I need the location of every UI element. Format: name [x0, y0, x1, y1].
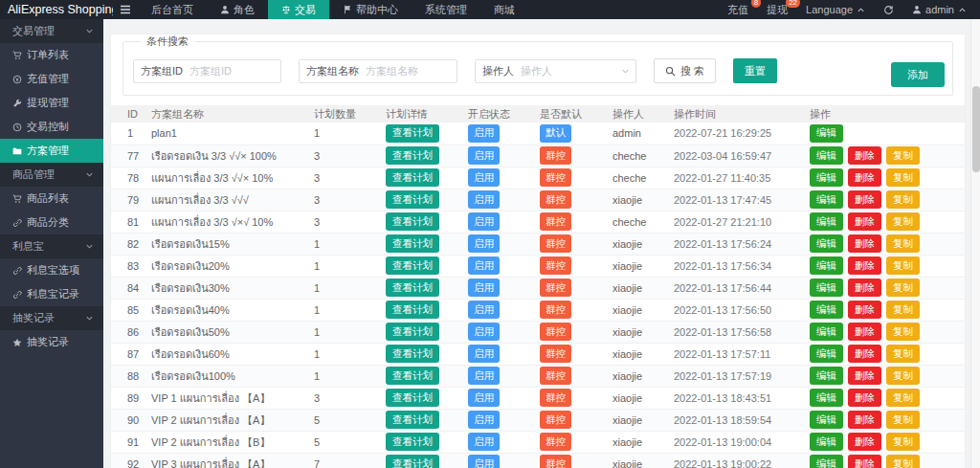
top-menu-item-6[interactable]: 商城 — [480, 0, 528, 19]
sidebar-item-提现管理[interactable]: 提现管理 — [0, 91, 103, 115]
delete-button[interactable]: 删除 — [848, 168, 881, 187]
edit-button[interactable]: 编辑 — [810, 256, 843, 275]
delete-button[interactable]: 删除 — [848, 256, 881, 275]
sidebar-item-交易控制[interactable]: 交易控制 — [0, 115, 103, 139]
sidebar-section-2[interactable]: 商品管理 — [0, 163, 103, 187]
copy-button[interactable]: 复制 — [886, 146, 920, 165]
sidebar-item-充值管理[interactable]: 充值管理 — [0, 67, 103, 91]
view-plan-button[interactable]: 查看计划 — [386, 212, 439, 231]
copy-button[interactable]: 复制 — [886, 212, 920, 231]
view-plan-button[interactable]: 查看计划 — [386, 455, 439, 468]
scrollbar-thumb[interactable] — [972, 86, 980, 172]
edit-button[interactable]: 编辑 — [810, 345, 843, 363]
delete-button[interactable]: 删除 — [848, 433, 881, 451]
view-plan-button[interactable]: 查看计划 — [386, 301, 439, 319]
sidebar-item-利息宝记录[interactable]: 利息宝记录 — [0, 282, 103, 306]
edit-button[interactable]: 编辑 — [810, 411, 843, 429]
language-menu[interactable]: Language — [806, 4, 865, 15]
wrench-icon — [12, 99, 22, 108]
edit-button[interactable]: 编辑 — [810, 301, 843, 319]
delete-button[interactable]: 删除 — [848, 212, 881, 231]
edit-button[interactable]: 编辑 — [810, 323, 843, 341]
operator-select[interactable]: 操作人 — [521, 61, 635, 81]
delete-button[interactable]: 删除 — [848, 389, 881, 407]
view-plan-button[interactable]: 查看计划 — [386, 411, 439, 429]
delete-button[interactable]: 删除 — [848, 190, 881, 209]
copy-button[interactable]: 复制 — [886, 411, 920, 429]
copy-button[interactable]: 复制 — [886, 367, 920, 385]
sidebar-section-3[interactable]: 利息宝 — [0, 234, 103, 258]
delete-button[interactable]: 删除 — [848, 234, 881, 253]
edit-button[interactable]: 编辑 — [810, 212, 843, 231]
sidebar-item-商品列表[interactable]: 商品列表 — [0, 187, 103, 211]
view-plan-button[interactable]: 查看计划 — [386, 323, 439, 341]
sidebar-item-订单列表[interactable]: 订单列表 — [0, 43, 103, 67]
recharge-link[interactable]: 充值 8 — [727, 3, 748, 17]
refresh-button[interactable] — [883, 5, 894, 15]
copy-button[interactable]: 复制 — [886, 234, 920, 253]
copy-button[interactable]: 复制 — [886, 323, 920, 341]
top-menu-item-2[interactable]: 角色 — [207, 0, 268, 19]
sidebar-item-方案管理[interactable]: 方案管理 — [0, 139, 103, 163]
top-menu-item-4[interactable]: 帮助中心 — [329, 0, 412, 19]
edit-button[interactable]: 编辑 — [810, 389, 843, 407]
copy-button[interactable]: 复制 — [886, 345, 920, 363]
user-menu[interactable]: admin — [912, 4, 967, 15]
delete-button[interactable]: 删除 — [848, 279, 881, 297]
delete-button[interactable]: 删除 — [848, 455, 881, 468]
sidebar-item-商品分类[interactable]: 商品分类 — [0, 211, 103, 234]
reset-button[interactable]: 重置 — [733, 58, 777, 83]
top-menu-item-3[interactable]: 交易 — [268, 0, 329, 19]
copy-button[interactable]: 复制 — [886, 301, 920, 319]
add-button[interactable]: 添加 — [891, 62, 945, 87]
table-row: 92VIP 3 แผนการเลื่อง 【A】7查看计划启用群控xiaojie… — [111, 453, 965, 468]
edit-button[interactable]: 编辑 — [810, 146, 843, 165]
copy-button[interactable]: 复制 — [886, 168, 920, 187]
view-plan-button[interactable]: 查看计划 — [386, 279, 439, 297]
view-plan-button[interactable]: 查看计划 — [386, 389, 439, 407]
edit-button[interactable]: 编辑 — [810, 124, 843, 143]
delete-button[interactable]: 删除 — [848, 301, 881, 319]
delete-button[interactable]: 删除 — [848, 146, 881, 165]
copy-button[interactable]: 复制 — [886, 256, 920, 275]
view-plan-button[interactable]: 查看计划 — [386, 234, 439, 253]
delete-button[interactable]: 删除 — [848, 411, 881, 429]
view-plan-button[interactable]: 查看计划 — [386, 190, 439, 209]
view-plan-button[interactable]: 查看计划 — [386, 146, 439, 165]
delete-button[interactable]: 删除 — [848, 367, 881, 385]
view-plan-button[interactable]: 查看计划 — [386, 168, 439, 187]
sidebar-section-1[interactable]: 交易管理 — [0, 19, 103, 43]
copy-button[interactable]: 复制 — [886, 190, 920, 209]
edit-button[interactable]: 编辑 — [810, 455, 843, 468]
edit-button[interactable]: 编辑 — [810, 190, 843, 209]
edit-button[interactable]: 编辑 — [810, 234, 843, 253]
edit-button[interactable]: 编辑 — [810, 433, 843, 451]
sidebar-section-4[interactable]: 抽奖记录 — [0, 306, 103, 330]
copy-button[interactable]: 复制 — [886, 389, 920, 407]
edit-button[interactable]: 编辑 — [810, 279, 843, 297]
top-menu-item-1[interactable]: 后台首页 — [138, 0, 207, 19]
plan-group-name-input[interactable] — [366, 61, 457, 81]
view-plan-button[interactable]: 查看计划 — [386, 433, 439, 451]
sidebar-item-抽奖记录[interactable]: 抽奖记录 — [0, 330, 103, 354]
plan-group-id-input[interactable] — [189, 61, 280, 81]
sidebar-item-利息宝选项[interactable]: 利息宝选项 — [0, 258, 103, 282]
edit-button[interactable]: 编辑 — [810, 168, 843, 187]
search-row: 方案组ID方案组名称操作人操作人搜 索重置 — [133, 58, 943, 83]
view-plan-button[interactable]: 查看计划 — [386, 367, 439, 385]
sidebar-toggle-icon[interactable] — [113, 4, 138, 15]
sidebar-item-label: 方案管理 — [27, 144, 69, 158]
delete-button[interactable]: 删除 — [848, 345, 881, 363]
view-plan-button[interactable]: 查看计划 — [386, 345, 439, 363]
delete-button[interactable]: 删除 — [848, 323, 881, 341]
withdraw-link[interactable]: 提现 22 — [767, 3, 788, 17]
copy-button[interactable]: 复制 — [886, 433, 920, 451]
view-plan-button[interactable]: 查看计划 — [386, 124, 439, 143]
view-plan-button[interactable]: 查看计划 — [386, 256, 439, 275]
edit-button[interactable]: 编辑 — [810, 367, 843, 385]
search-button[interactable]: 搜 索 — [654, 58, 716, 83]
copy-button[interactable]: 复制 — [886, 279, 920, 297]
top-menu-item-5[interactable]: 系统管理 — [412, 0, 480, 19]
page-scrollbar[interactable] — [970, 19, 980, 468]
copy-button[interactable]: 复制 — [886, 455, 920, 468]
